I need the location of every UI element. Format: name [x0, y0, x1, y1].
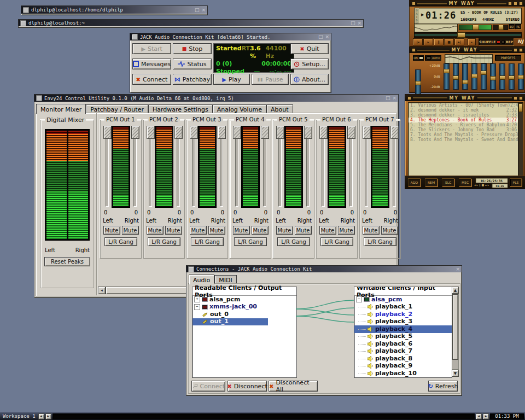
pcm-right-volume-slider[interactable]: [347, 126, 354, 208]
pcm-left-volume-slider[interactable]: [363, 126, 370, 208]
lr-gang-button[interactable]: L/R Gang: [364, 237, 396, 246]
pcm-right-volume-slider[interactable]: [174, 126, 182, 208]
balance-knob[interactable]: [498, 25, 504, 30]
slider-handle[interactable]: [363, 126, 371, 139]
eq-band-slider[interactable]: [462, 63, 468, 90]
tree-row-playback-port[interactable]: playback_9: [354, 363, 452, 370]
close-icon[interactable]: [519, 48, 523, 52]
mini-transport-button[interactable]: ∥: [479, 183, 481, 186]
eq-band-slider[interactable]: [490, 63, 496, 90]
eject-button[interactable]: ▴: [468, 38, 476, 45]
playlist-list-button[interactable]: PLS: [510, 178, 522, 186]
playlist-track-row[interactable]: 2. desmond dekker - it mek 2:32: [409, 108, 518, 113]
playlist-track-row[interactable]: 7. Toots And The Maytals - Pressure Drop…: [409, 132, 518, 137]
close-icon[interactable]: [519, 96, 523, 100]
eq-band-knob[interactable]: [499, 75, 505, 80]
tree-row-playback-port[interactable]: playback_10: [354, 370, 452, 377]
messages-button[interactable]: Messages: [132, 59, 171, 69]
writable-scrollbar[interactable]: ▲ ▼: [452, 287, 459, 377]
workspace-next-icon[interactable]: ▸: [45, 413, 51, 419]
seek-knob[interactable]: [457, 32, 465, 38]
terminal-window-2[interactable]: dlphilp@localhost:~ □ ×: [18, 19, 364, 28]
mute-right-button[interactable]: Mute: [208, 226, 225, 235]
menu-icon[interactable]: [412, 2, 416, 5]
playlist-track-row[interactable]: 6. The Slickers - Johnny Too Bad 3:06: [409, 127, 518, 132]
playlist-select-button[interactable]: SLC: [442, 178, 454, 186]
tree-row-playback-port[interactable]: playback_3: [354, 318, 452, 326]
eq-band-knob[interactable]: [518, 75, 524, 79]
mute-right-button[interactable]: Mute: [252, 226, 269, 235]
pcm-left-volume-slider[interactable]: [147, 126, 154, 208]
mini-transport-button[interactable]: ■: [482, 183, 485, 186]
eq-band-knob[interactable]: [444, 69, 450, 73]
volume-knob[interactable]: [472, 25, 479, 30]
playlist-track-row[interactable]: 4. The Heptones - Book of Rules 3:27: [409, 118, 518, 122]
vis-area[interactable]: [414, 24, 458, 32]
pcm-right-volume-slider[interactable]: [218, 126, 225, 208]
tab-audio[interactable]: Audio: [189, 275, 214, 284]
collapse-icon[interactable]: −: [356, 296, 362, 302]
slider-handle[interactable]: [147, 126, 155, 139]
slider-handle[interactable]: [233, 126, 241, 139]
disconnect-button[interactable]: ✖ Disconnect: [228, 381, 267, 392]
playlist-add-button[interactable]: ADD: [408, 178, 421, 186]
close-icon[interactable]: ×: [201, 8, 206, 13]
eq-band-knob[interactable]: [453, 75, 459, 80]
close-icon[interactable]: ×: [357, 21, 361, 26]
setup-button[interactable]: Setup...: [290, 59, 329, 69]
mute-right-button[interactable]: Mute: [122, 226, 139, 235]
transport-button[interactable]: ▸: [423, 38, 433, 45]
pl-toggle-button[interactable]: PL: [515, 24, 521, 29]
eq-band-knob[interactable]: [462, 80, 468, 84]
reset-peaks-button[interactable]: Reset Peaks: [44, 257, 90, 266]
preamp-knob[interactable]: [415, 81, 421, 85]
mute-right-button[interactable]: Mute: [381, 226, 398, 235]
slider-handle[interactable]: [131, 126, 139, 139]
eq-band-slider[interactable]: [509, 63, 515, 90]
quit-button[interactable]: ✖ Quit: [290, 43, 329, 54]
clutterbar[interactable]: OAIDV: [415, 8, 419, 24]
tree-row-client[interactable]: − xmms-jack_00: [192, 304, 296, 311]
shade-icon[interactable]: [514, 48, 517, 52]
window-menu-icon[interactable]: [36, 95, 42, 101]
pcm-left-volume-slider[interactable]: [276, 126, 283, 208]
pcm-left-volume-slider[interactable]: [319, 126, 326, 208]
pcm-left-volume-slider[interactable]: [190, 126, 197, 208]
tree-row-playback-port[interactable]: playback_6: [354, 340, 452, 348]
playlist-scrollbar[interactable]: [518, 102, 523, 176]
tasklist-next-icon[interactable]: ▸: [483, 413, 489, 419]
slider-handle[interactable]: [190, 126, 198, 139]
lr-gang-button[interactable]: L/R Gang: [277, 237, 310, 246]
collapse-icon[interactable]: −: [194, 304, 200, 310]
pcm-left-volume-slider[interactable]: [103, 126, 110, 208]
eq-band-knob[interactable]: [509, 75, 515, 80]
shuffle-toggle[interactable]: SHUFFLE: [479, 40, 495, 44]
transport-button[interactable]: |◂: [413, 38, 423, 45]
eq-band-slider[interactable]: [471, 63, 477, 90]
tree-row-playback-port[interactable]: playback_2: [354, 311, 452, 318]
close-icon[interactable]: ×: [392, 96, 396, 101]
connect-ports-button[interactable]: Connect: [191, 381, 225, 392]
shade-icon[interactable]: [514, 96, 517, 100]
scroll-left-icon[interactable]: ◂: [98, 287, 106, 294]
patchbay-button[interactable]: ⋈ Patchbay: [173, 74, 212, 85]
tree-row-playback-port[interactable]: playback_1: [354, 304, 452, 311]
pcm-right-volume-slider[interactable]: [304, 126, 311, 208]
eq-on-button[interactable]: ON: [413, 55, 424, 61]
status-button[interactable]: Status: [173, 59, 212, 69]
mute-left-button[interactable]: Mute: [103, 226, 120, 235]
window-menu-icon[interactable]: [188, 266, 194, 272]
slider-handle[interactable]: [276, 126, 284, 139]
scrollbar-thumb[interactable]: [518, 103, 523, 112]
slider-handle[interactable]: [304, 126, 312, 139]
workspace-label[interactable]: Workspace 1: [1, 413, 37, 419]
seek-bar[interactable]: [414, 32, 522, 38]
maximize-icon[interactable]: □: [351, 21, 355, 26]
scroll-down-icon[interactable]: ▼: [452, 370, 459, 377]
mute-left-button[interactable]: Mute: [363, 226, 380, 235]
balance-slider[interactable]: [493, 25, 508, 30]
mini-transport-button[interactable]: ▴: [485, 183, 487, 186]
slider-handle[interactable]: [261, 126, 269, 139]
tree-row-output-port[interactable]: out_0: [192, 311, 296, 318]
preamp-slider[interactable]: [415, 69, 421, 96]
